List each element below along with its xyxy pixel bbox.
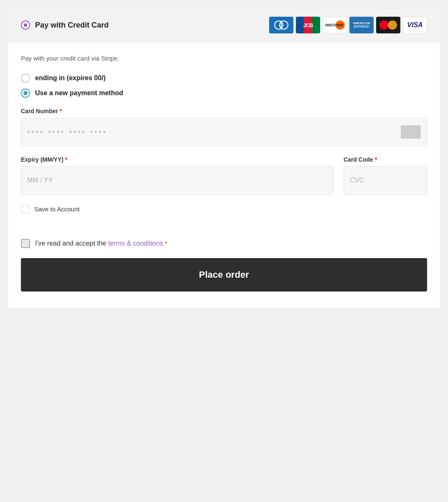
amex-logo: AMERICANEXPRESS <box>349 17 374 33</box>
cvc-group: Card Code * CVC <box>344 156 427 195</box>
expiry-placeholder: MM / YY <box>27 177 53 184</box>
card-type-icon <box>401 125 421 139</box>
terms-label: I've read and accept the terms & conditi… <box>35 240 167 247</box>
card-number-label: Card Number <box>21 108 58 114</box>
existing-card-label: ending in (expires 00/) <box>35 74 106 82</box>
pay-credit-card-radio[interactable] <box>21 20 30 30</box>
terms-prefix: I've read and accept the <box>35 240 108 247</box>
amex-text: AMERICANEXPRESS <box>353 22 370 29</box>
header-left: Pay with Credit Card <box>21 20 109 30</box>
terms-row[interactable]: I've read and accept the terms & conditi… <box>21 239 427 248</box>
cvc-label: Card Code <box>344 156 373 163</box>
mc-circle-yellow <box>388 20 397 30</box>
discover-logo: DISCOVER <box>323 17 347 33</box>
expiry-group: Expiry (MM/YY) * MM / YY <box>21 156 333 195</box>
spacer <box>21 226 427 239</box>
existing-card-radio[interactable] <box>21 74 30 83</box>
terms-required: * <box>165 240 167 247</box>
save-account-checkbox[interactable] <box>21 205 29 213</box>
card-number-placeholder: •••• •••• •••• •••• <box>27 128 107 137</box>
place-order-button[interactable]: Place order <box>21 258 427 292</box>
jcb-text: JCB <box>303 22 313 28</box>
new-payment-option[interactable]: Use a new payment method <box>21 89 427 98</box>
expiry-cvc-row: Expiry (MM/YY) * MM / YY Card Code * CVC <box>21 156 427 195</box>
expiry-input[interactable]: MM / YY <box>21 166 333 195</box>
expiry-label: Expiry (MM/YY) <box>21 156 64 163</box>
existing-card-option[interactable]: ending in (expires 00/) <box>21 74 427 83</box>
mastercard-logo <box>376 17 400 33</box>
cvc-input[interactable]: CVC <box>344 166 427 195</box>
radio-selected-dot <box>24 23 27 27</box>
new-payment-radio[interactable] <box>21 89 30 98</box>
cvc-label-group: Card Code * <box>344 156 427 163</box>
terms-checkbox[interactable] <box>21 239 30 248</box>
save-account-label: Save to Account <box>34 205 79 213</box>
expiry-required: * <box>65 156 67 163</box>
new-payment-label: Use a new payment method <box>35 89 123 97</box>
payment-container: Pay with Credit Card JCB DISCOVER <box>8 8 440 308</box>
stripe-description: Pay with your credit card via Stripe. <box>21 55 427 62</box>
cvc-required: * <box>375 156 377 163</box>
save-account-row[interactable]: Save to Account <box>21 205 427 213</box>
new-payment-radio-dot <box>23 91 28 95</box>
terms-link[interactable]: terms & conditions <box>108 240 163 247</box>
visa-text: VISA <box>407 21 423 29</box>
jcb-logo: JCB <box>296 17 320 33</box>
diners-logo <box>269 17 293 33</box>
visa-logo: VISA <box>403 17 427 33</box>
place-order-label: Place order <box>199 269 249 280</box>
header-title: Pay with Credit Card <box>35 21 109 30</box>
card-logos-group: JCB DISCOVER AMERICANEXPRESS VISA <box>269 17 427 33</box>
expiry-label-group: Expiry (MM/YY) * <box>21 156 333 163</box>
mc-circle-red <box>379 20 389 30</box>
payment-form: Card Number * •••• •••• •••• •••• Expiry… <box>21 108 427 213</box>
card-number-required: * <box>60 108 62 114</box>
card-number-field[interactable]: •••• •••• •••• •••• <box>21 118 427 146</box>
discover-text: DISCOVER <box>325 23 343 27</box>
main-content: Pay with your credit card via Stripe. en… <box>8 42 440 308</box>
card-number-label-group: Card Number * <box>21 108 427 114</box>
cvc-placeholder: CVC <box>350 177 364 184</box>
payment-header: Pay with Credit Card JCB DISCOVER <box>8 8 440 42</box>
